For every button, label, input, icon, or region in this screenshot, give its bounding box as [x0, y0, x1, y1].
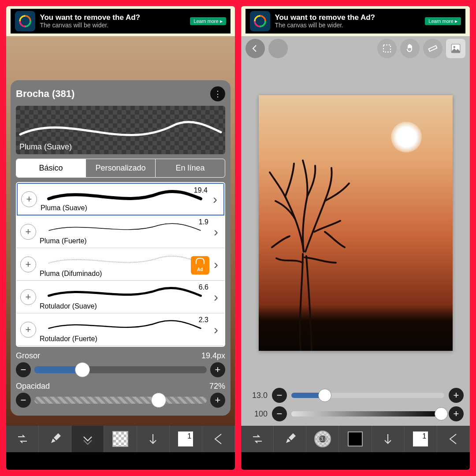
- canvas-tree-drawing: [259, 148, 364, 351]
- svg-rect-3: [429, 45, 437, 51]
- brush-item[interactable]: + Pluma (Suave) 19.4 ›: [17, 183, 224, 216]
- brush-size-label: 2.3: [199, 316, 208, 324]
- brush-preview: Pluma (Suave): [16, 106, 225, 154]
- redo-button[interactable]: [268, 39, 288, 58]
- brush-size-label: 19.4: [194, 186, 208, 194]
- brush-item[interactable]: + Pluma (Fuerte) 1.9 ›: [17, 216, 224, 248]
- swap-tool-button[interactable]: [241, 426, 274, 452]
- thickness-label: Grosor: [16, 351, 40, 361]
- brush-preview-button[interactable]: 13.0: [306, 426, 339, 452]
- brush-tabs: Básico Personalizado En línea: [16, 159, 225, 178]
- hand-tool-button[interactable]: [400, 39, 420, 58]
- thickness-value: 19.4px: [201, 351, 225, 361]
- brush-name: Rotulador (Suave): [40, 302, 97, 310]
- opacity-plus-button[interactable]: +: [210, 393, 225, 408]
- svg-rect-2: [383, 45, 390, 52]
- add-brush-button[interactable]: +: [21, 191, 37, 207]
- ad-text: You want to remove the Ad? The canvas wi…: [40, 14, 190, 29]
- brush-item[interactable]: + Rotulador (Suave) 6.6 ›: [17, 281, 224, 313]
- tab-online[interactable]: En línea: [156, 159, 225, 177]
- chevron-right-icon[interactable]: ›: [211, 290, 221, 305]
- opacity-value: 72%: [209, 382, 225, 391]
- chevron-right-icon[interactable]: ›: [211, 224, 221, 239]
- brush-list: + Pluma (Suave) 19.4 › + Pluma (Fuerte): [16, 182, 225, 347]
- size-minus-button[interactable]: −: [272, 388, 287, 403]
- opacity-plus-button[interactable]: +: [449, 406, 464, 421]
- ad-banner[interactable]: You want to remove the Ad? The canvas wi…: [6, 6, 235, 36]
- brush-name: Pluma (Difuminado): [40, 270, 102, 278]
- brush-panel: Brocha (381) ⋮ Pluma (Suave) Básico Pers…: [11, 80, 231, 416]
- bottom-toolbar: 13.0 1: [241, 426, 470, 452]
- add-brush-button[interactable]: +: [20, 289, 36, 305]
- drawing-canvas[interactable]: [259, 95, 453, 351]
- move-down-button[interactable]: [372, 426, 405, 452]
- brush-tool-button[interactable]: [39, 426, 71, 452]
- opacity-value: 100: [247, 409, 268, 419]
- layers-button[interactable]: 1: [405, 426, 437, 452]
- add-brush-button[interactable]: +: [20, 257, 36, 272]
- ruler-tool-button[interactable]: [423, 39, 443, 58]
- opacity-slider[interactable]: [34, 397, 207, 404]
- brush-preview-label: Pluma (Suave): [19, 142, 72, 152]
- thickness-slider[interactable]: [34, 366, 207, 373]
- ad-banner[interactable]: You want to remove the Ad? The canvas wi…: [241, 6, 470, 36]
- ad-learn-more-button[interactable]: Learn more: [190, 17, 226, 25]
- opacity-slider[interactable]: [291, 411, 444, 416]
- brush-panel-title: Brocha (381): [16, 88, 74, 100]
- swap-tool-button[interactable]: [6, 426, 39, 452]
- app-logo-icon: [250, 11, 270, 31]
- add-brush-button[interactable]: +: [20, 224, 36, 240]
- brush-tool-button[interactable]: [274, 426, 306, 452]
- brush-size-label: 1.9: [199, 218, 208, 226]
- phone-right: You want to remove the Ad? The canvas wi…: [241, 6, 470, 470]
- thickness-plus-button[interactable]: +: [210, 362, 225, 377]
- ad-learn-more-button[interactable]: Learn more: [425, 17, 461, 25]
- undo-button[interactable]: [245, 39, 265, 58]
- app-logo-icon: [15, 11, 35, 31]
- brush-name: Rotulador (Fuerte): [40, 335, 97, 343]
- brush-size-label: 6.6: [199, 283, 208, 291]
- back-button[interactable]: [437, 426, 470, 452]
- brush-name: Pluma (Fuerte): [40, 237, 87, 245]
- reference-image-button[interactable]: [446, 39, 465, 58]
- brush-item[interactable]: + Pluma (Difuminado) Ad ›: [17, 248, 224, 281]
- brush-locked-badge: Ad: [191, 256, 209, 275]
- brush-name: Pluma (Suave): [41, 204, 87, 212]
- phone-left: You want to remove the Ad? The canvas wi…: [6, 6, 235, 470]
- opacity-label: Opacidad: [16, 382, 50, 391]
- chevron-right-icon[interactable]: ›: [211, 257, 221, 272]
- selection-tool-button[interactable]: [377, 39, 397, 58]
- more-options-button[interactable]: ⋮: [210, 86, 225, 101]
- color-picker-button[interactable]: [104, 426, 137, 452]
- chevron-right-icon[interactable]: ›: [210, 192, 220, 207]
- size-plus-button[interactable]: +: [449, 388, 464, 403]
- bottom-toolbar: 1: [6, 426, 235, 452]
- tab-custom[interactable]: Personalizado: [86, 159, 156, 177]
- android-nav-bar: [6, 452, 235, 470]
- color-picker-button[interactable]: [339, 426, 372, 452]
- opacity-minus-button[interactable]: −: [16, 393, 31, 408]
- collapse-button[interactable]: [71, 426, 104, 452]
- brush-item[interactable]: + Rotulador (Fuerte) 2.3 ›: [17, 313, 224, 346]
- chevron-right-icon[interactable]: ›: [211, 322, 221, 337]
- android-nav-bar: [241, 452, 470, 470]
- size-value: 13.0: [247, 391, 268, 400]
- tab-basic[interactable]: Básico: [16, 159, 86, 177]
- ad-text: You want to remove the Ad? The canvas wi…: [275, 14, 425, 29]
- back-button[interactable]: [202, 426, 235, 452]
- opacity-minus-button[interactable]: −: [272, 406, 287, 421]
- size-slider[interactable]: [291, 393, 444, 398]
- move-down-button[interactable]: [137, 426, 170, 452]
- top-toolbar: [241, 36, 470, 61]
- canvas-sun-shape: [391, 122, 422, 152]
- add-brush-button[interactable]: +: [20, 322, 36, 338]
- thickness-minus-button[interactable]: −: [16, 362, 31, 377]
- layers-button[interactable]: 1: [170, 426, 202, 452]
- svg-point-5: [454, 46, 455, 48]
